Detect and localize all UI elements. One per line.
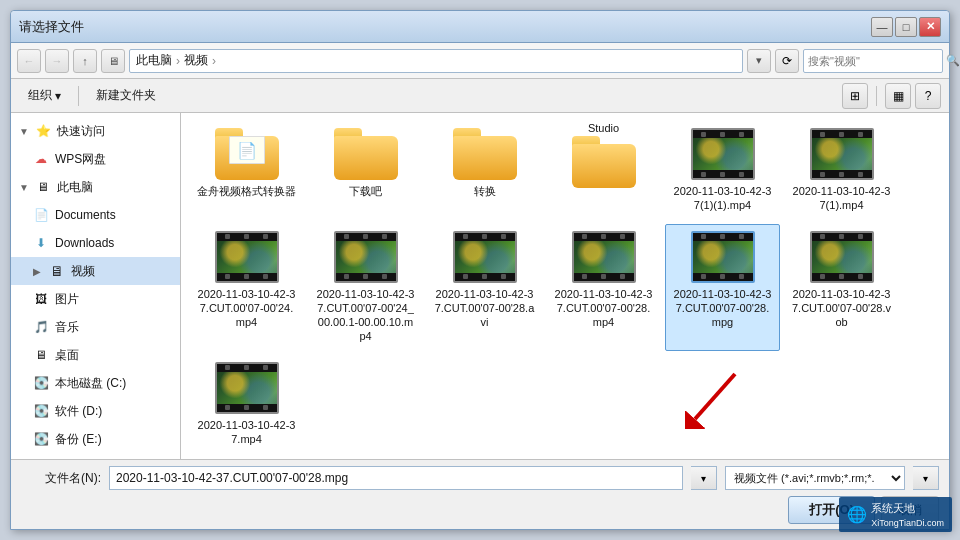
- list-item[interactable]: 📄 金舟视频格式转换器: [189, 121, 304, 220]
- list-item[interactable]: 2020-11-03-10-42-37.mp4: [189, 355, 304, 454]
- organize-label: 组织: [28, 87, 52, 104]
- up-button[interactable]: ↑: [73, 49, 97, 73]
- expand-icon-videos: ▶: [33, 266, 43, 277]
- content-area: ▼ ⭐ 快速访问 ☁ WPS网盘 ▼ 🖥 此电脑 📄 Documents: [11, 113, 949, 459]
- sidebar-item-music[interactable]: 🎵 音乐: [11, 313, 180, 341]
- computer-icon-btn[interactable]: 🖥: [101, 49, 125, 73]
- sidebar-item-this-pc[interactable]: ▼ 🖥 此电脑: [11, 173, 180, 201]
- sidebar-item-desktop[interactable]: 🖥 桌面: [11, 341, 180, 369]
- file-label: 金舟视频格式转换器: [197, 184, 296, 198]
- sidebar-label-wps: WPS网盘: [55, 151, 106, 168]
- sidebar-item-wps[interactable]: ☁ WPS网盘: [11, 145, 180, 173]
- wps-icon: ☁: [33, 151, 49, 167]
- expand-icon-pc: ▼: [19, 182, 29, 193]
- video-thumbnail: [453, 231, 517, 283]
- breadcrumb-videos: 视频: [184, 52, 208, 69]
- watermark-globe-icon: 🌐: [847, 505, 867, 524]
- help-button[interactable]: ?: [915, 83, 941, 109]
- list-item[interactable]: 2020-11-03-10-42-37.CUT.00'07-00'28.mpg: [665, 224, 780, 351]
- folder-icon: 📄: [215, 128, 279, 180]
- videos-icon: 🖥: [49, 263, 65, 279]
- sidebar-item-disk-e[interactable]: 💽 备份 (E:): [11, 425, 180, 453]
- disk-e-icon: 💽: [33, 431, 49, 447]
- sidebar-item-documents[interactable]: 📄 Documents: [11, 201, 180, 229]
- title-bar: 请选择文件 — □ ✕: [11, 11, 949, 43]
- organize-arrow-icon: ▾: [55, 89, 61, 103]
- video-thumbnail: [215, 362, 279, 414]
- file-label: 2020-11-03-10-42-37(1).mp4: [792, 184, 892, 213]
- filetype-dropdown[interactable]: ▾: [913, 466, 939, 490]
- sidebar-label-disk-c: 本地磁盘 (C:): [55, 375, 126, 392]
- dropdown-button[interactable]: ▾: [747, 49, 771, 73]
- file-label: 2020-11-03-10-42-37.CUT.00'07-00'24_00.0…: [316, 287, 416, 344]
- desktop-icon: 🖥: [33, 347, 49, 363]
- video-thumbnail: [691, 128, 755, 180]
- filename-dropdown[interactable]: ▾: [691, 466, 717, 490]
- list-item[interactable]: 下载吧: [308, 121, 423, 220]
- studio-label: Studio: [551, 122, 656, 134]
- new-folder-button[interactable]: 新建文件夹: [87, 83, 165, 109]
- bottom-bar: 文件名(N): ▾ 视频文件 (*.avi;*.rmvb;*.rm;*. ▾ 打…: [11, 459, 949, 529]
- filename-input[interactable]: [109, 466, 683, 490]
- maximize-button[interactable]: □: [895, 17, 917, 37]
- list-item[interactable]: 2020-11-03-10-42-37.CUT.00'07-00'28.avi: [427, 224, 542, 351]
- toolbar: 组织 ▾ 新建文件夹 ⊞ ▦ ?: [11, 79, 949, 113]
- list-item[interactable]: 2020-11-03-10-42-37.CUT.00'07-00'24_00.0…: [308, 224, 423, 351]
- sidebar-label-quick-access: 快速访问: [57, 123, 105, 140]
- dialog-title: 请选择文件: [19, 18, 871, 36]
- sidebar-label-desktop: 桌面: [55, 347, 79, 364]
- file-grid: 📄 金舟视频格式转换器 下载吧 转换: [181, 113, 949, 459]
- search-input[interactable]: [808, 55, 946, 67]
- view-menu-button[interactable]: ⊞: [842, 83, 868, 109]
- file-label: 2020-11-03-10-42-37.CUT.00'07-00'24.mp4: [197, 287, 297, 330]
- refresh-button[interactable]: ⟳: [775, 49, 799, 73]
- sidebar-item-pictures[interactable]: 🖼 图片: [11, 285, 180, 313]
- forward-button[interactable]: →: [45, 49, 69, 73]
- folder-icon: [453, 128, 517, 180]
- sidebar-label-documents: Documents: [55, 208, 116, 222]
- list-item[interactable]: Studio: [546, 121, 661, 220]
- address-bar: ← → ↑ 🖥 此电脑 › 视频 › ▾ ⟳ 🔍: [11, 43, 949, 79]
- back-button[interactable]: ←: [17, 49, 41, 73]
- sidebar-item-downloads[interactable]: ⬇ Downloads: [11, 229, 180, 257]
- window-controls: — □ ✕: [871, 17, 941, 37]
- sidebar-item-quick-access[interactable]: ▼ ⭐ 快速访问: [11, 117, 180, 145]
- video-thumbnail: [810, 128, 874, 180]
- sidebar-label-videos: 视频: [71, 263, 95, 280]
- breadcrumb-sep1: ›: [176, 54, 180, 68]
- close-button[interactable]: ✕: [919, 17, 941, 37]
- video-thumbnail: [334, 231, 398, 283]
- new-folder-label: 新建文件夹: [96, 87, 156, 104]
- organize-button[interactable]: 组织 ▾: [19, 83, 70, 109]
- file-label: 2020-11-03-10-42-37.CUT.00'07-00'28.mp4: [554, 287, 654, 330]
- file-label: 2020-11-03-10-42-37.CUT.00'07-00'28.vob: [792, 287, 892, 330]
- filetype-select[interactable]: 视频文件 (*.avi;*.rmvb;*.rm;*.: [725, 466, 905, 490]
- list-item[interactable]: 2020-11-03-10-42-37.CUT.00'07-00'28.mp4: [546, 224, 661, 351]
- documents-icon: 📄: [33, 207, 49, 223]
- sidebar-label-music: 音乐: [55, 319, 79, 336]
- sidebar-item-videos[interactable]: ▶ 🖥 视频: [11, 257, 180, 285]
- this-pc-icon: 🖥: [35, 179, 51, 195]
- list-item[interactable]: 2020-11-03-10-42-37(1)(1).mp4: [665, 121, 780, 220]
- file-label: 2020-11-03-10-42-37.CUT.00'07-00'28.avi: [435, 287, 535, 330]
- downloads-icon: ⬇: [33, 235, 49, 251]
- file-label: 下载吧: [349, 184, 382, 198]
- sidebar-item-disk-d[interactable]: 💽 软件 (D:): [11, 397, 180, 425]
- disk-d-icon: 💽: [33, 403, 49, 419]
- sidebar-item-disk-c[interactable]: 💽 本地磁盘 (C:): [11, 369, 180, 397]
- toolbar-separator: [78, 86, 79, 106]
- action-row: 打开(O) 取消: [21, 496, 939, 524]
- list-item[interactable]: 2020-11-03-10-42-37(1).mp4: [784, 121, 899, 220]
- watermark: 🌐 系统天地 XiTongTianDi.com: [839, 497, 952, 532]
- filename-label: 文件名(N):: [21, 470, 101, 487]
- minimize-button[interactable]: —: [871, 17, 893, 37]
- list-item[interactable]: 转换: [427, 121, 542, 220]
- video-thumbnail: [215, 231, 279, 283]
- video-thumbnail: [810, 231, 874, 283]
- layout-button[interactable]: ▦: [885, 83, 911, 109]
- list-item[interactable]: 2020-11-03-10-42-37.CUT.00'07-00'28.vob: [784, 224, 899, 351]
- list-item[interactable]: 2020-11-03-10-42-37.CUT.00'07-00'24.mp4: [189, 224, 304, 351]
- breadcrumb[interactable]: 此电脑 › 视频 ›: [129, 49, 743, 73]
- expand-icon: ▼: [19, 126, 29, 137]
- folder-icon: [334, 128, 398, 180]
